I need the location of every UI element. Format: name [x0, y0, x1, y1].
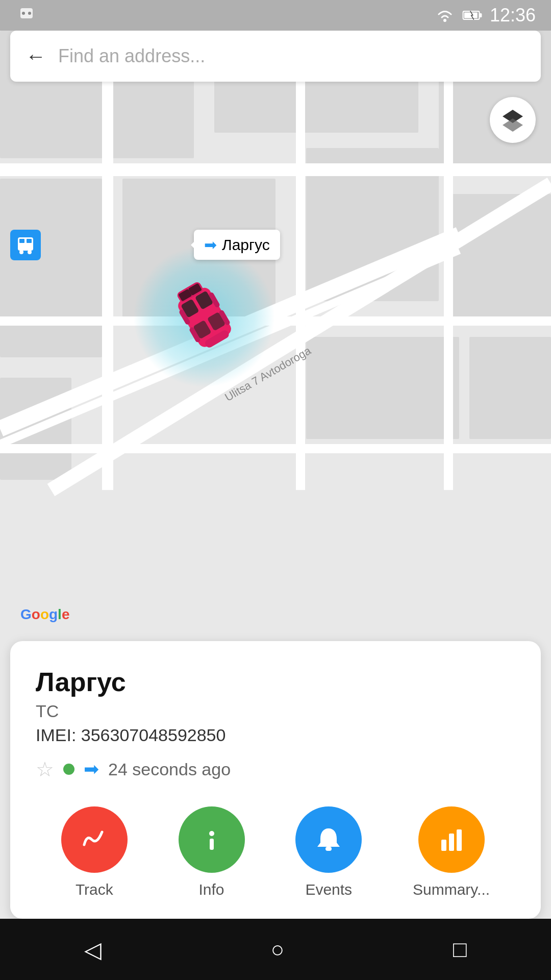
direction-arrow: ➡: [84, 758, 99, 780]
status-dot: [63, 764, 74, 775]
status-icons: 12:36: [435, 5, 536, 26]
info-card: Ларгус ТС IMEI: 356307048592850 ☆ ➡ 24 s…: [10, 641, 541, 919]
nav-recent-button[interactable]: □: [453, 937, 467, 962]
svg-rect-48: [210, 839, 214, 850]
svg-point-33: [28, 250, 32, 254]
track-icon: [79, 824, 110, 855]
status-bar-left: [15, 4, 38, 27]
time-ago: 24 seconds ago: [108, 760, 231, 779]
svg-rect-20: [0, 444, 551, 453]
bus-icon: [15, 235, 36, 255]
svg-marker-28: [503, 118, 523, 132]
svg-rect-11: [0, 179, 102, 357]
action-buttons: Track Info Events: [36, 806, 515, 898]
svg-rect-17: [469, 337, 551, 439]
layers-icon: [500, 107, 525, 133]
info-icon: [196, 824, 227, 855]
svg-point-3: [443, 19, 446, 22]
back-button[interactable]: ←: [26, 45, 46, 68]
events-button[interactable]: [295, 806, 362, 873]
bus-stop-icon: [10, 230, 41, 260]
card-imei: IMEI: 356307048592850: [36, 725, 515, 745]
svg-rect-6: [480, 13, 482, 17]
nav-back-button[interactable]: ◁: [84, 937, 102, 963]
wifi-icon: [435, 8, 455, 23]
svg-rect-22: [296, 31, 305, 490]
svg-rect-52: [457, 829, 462, 851]
info-label: Info: [199, 881, 224, 898]
summary-button-container[interactable]: Summary...: [413, 806, 490, 898]
card-subtitle: ТС: [36, 701, 515, 721]
search-placeholder: Find an address...: [58, 45, 205, 67]
track-button[interactable]: [61, 806, 128, 873]
status-time: 12:36: [490, 5, 536, 26]
track-button-container[interactable]: Track: [61, 806, 128, 898]
notification-icon: [15, 4, 38, 27]
car-container[interactable]: ➡ Ларгус: [133, 245, 276, 388]
google-logo: Google: [20, 606, 69, 623]
svg-point-2: [28, 12, 31, 15]
summary-button[interactable]: [418, 806, 485, 873]
nav-bar: ◁ ○ □: [0, 919, 551, 980]
svg-rect-30: [19, 239, 24, 243]
nav-home-button[interactable]: ○: [270, 937, 284, 962]
events-label: Events: [305, 881, 352, 898]
svg-rect-49: [325, 847, 332, 851]
svg-rect-16: [306, 337, 459, 439]
svg-rect-50: [441, 840, 446, 851]
track-label: Track: [76, 881, 113, 898]
star-icon[interactable]: ☆: [36, 757, 54, 781]
layer-button[interactable]: [490, 97, 536, 143]
car-tooltip-label: Ларгус: [222, 236, 270, 254]
svg-rect-21: [102, 31, 113, 490]
card-meta: ☆ ➡ 24 seconds ago: [36, 757, 515, 781]
status-bar: 12:36: [0, 0, 551, 31]
info-button[interactable]: [179, 806, 245, 873]
svg-rect-31: [27, 239, 32, 243]
car-tooltip[interactable]: ➡ Ларгус: [194, 230, 280, 260]
svg-rect-51: [449, 834, 454, 851]
svg-rect-18: [0, 163, 551, 176]
bell-icon: [313, 824, 344, 855]
info-button-container[interactable]: Info: [179, 806, 245, 898]
svg-point-32: [19, 250, 23, 254]
svg-point-47: [209, 831, 214, 836]
battery-icon: [462, 8, 483, 23]
card-title: Ларгус: [36, 667, 515, 697]
summary-label: Summary...: [413, 881, 490, 898]
events-button-container[interactable]: Events: [295, 806, 362, 898]
chart-icon: [436, 824, 467, 855]
svg-point-1: [22, 12, 25, 15]
search-bar[interactable]: ← Find an address...: [10, 31, 541, 82]
